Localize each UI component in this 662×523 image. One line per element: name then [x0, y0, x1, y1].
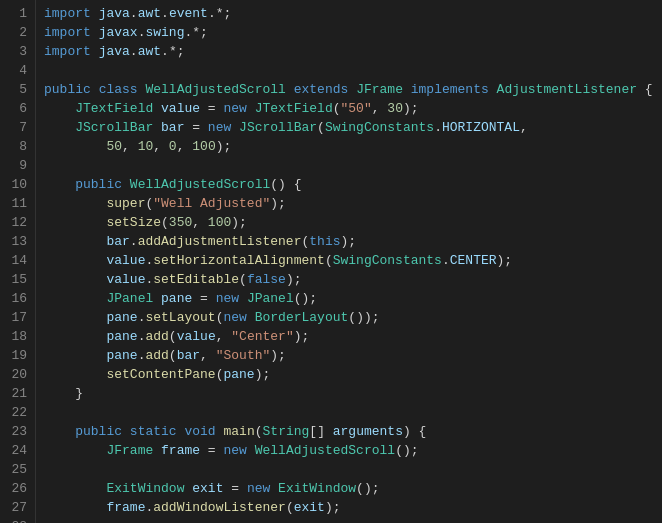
line-number: 22: [8, 403, 27, 422]
code-line: public class WellAdjustedScroll extends …: [44, 80, 654, 99]
code-line: super("Well Adjusted");: [44, 194, 654, 213]
code-editor: 1234567891011121314151617181920212223242…: [0, 0, 662, 523]
line-number: 13: [8, 232, 27, 251]
code-line: [44, 61, 654, 80]
code-container: 1234567891011121314151617181920212223242…: [0, 0, 662, 523]
line-number: 9: [8, 156, 27, 175]
code-line: public WellAdjustedScroll() {: [44, 175, 654, 194]
line-number: 12: [8, 213, 27, 232]
code-line: JFrame frame = new WellAdjustedScroll();: [44, 441, 654, 460]
line-number: 8: [8, 137, 27, 156]
code-line: pane.setLayout(new BorderLayout());: [44, 308, 654, 327]
line-number: 15: [8, 270, 27, 289]
code-line: pane.add(bar, "South");: [44, 346, 654, 365]
code-line: public static void main(String[] argumen…: [44, 422, 654, 441]
line-number: 3: [8, 42, 27, 61]
code-line: value.setHorizontalAlignment(SwingConsta…: [44, 251, 654, 270]
line-number: 26: [8, 479, 27, 498]
code-line: pane.add(value, "Center");: [44, 327, 654, 346]
line-number: 16: [8, 289, 27, 308]
code-line: frame.addWindowListener(exit);: [44, 498, 654, 517]
code-line: [44, 156, 654, 175]
code-line: JTextField value = new JTextField("50", …: [44, 99, 654, 118]
code-line: setSize(350, 100);: [44, 213, 654, 232]
line-number: 6: [8, 99, 27, 118]
code-area[interactable]: import java.awt.event.*;import javax.swi…: [36, 0, 662, 523]
line-number: 1: [8, 4, 27, 23]
code-line: setContentPane(pane);: [44, 365, 654, 384]
line-number: 10: [8, 175, 27, 194]
code-line: import javax.swing.*;: [44, 23, 654, 42]
code-line: [44, 403, 654, 422]
line-number: 25: [8, 460, 27, 479]
line-number: 18: [8, 327, 27, 346]
code-line: import java.awt.*;: [44, 42, 654, 61]
line-number: 20: [8, 365, 27, 384]
line-number: 24: [8, 441, 27, 460]
line-number: 11: [8, 194, 27, 213]
code-line: value.setEditable(false);: [44, 270, 654, 289]
code-line: import java.awt.event.*;: [44, 4, 654, 23]
line-numbers: 1234567891011121314151617181920212223242…: [0, 0, 36, 523]
line-number: 17: [8, 308, 27, 327]
line-number: 2: [8, 23, 27, 42]
code-line: [44, 517, 654, 523]
code-line: 50, 10, 0, 100);: [44, 137, 654, 156]
line-number: 5: [8, 80, 27, 99]
line-number: 21: [8, 384, 27, 403]
line-number: 4: [8, 61, 27, 80]
line-number: 19: [8, 346, 27, 365]
code-line: JScrollBar bar = new JScrollBar(SwingCon…: [44, 118, 654, 137]
code-line: [44, 460, 654, 479]
code-line: }: [44, 384, 654, 403]
code-line: JPanel pane = new JPanel();: [44, 289, 654, 308]
line-number: 23: [8, 422, 27, 441]
line-number: 7: [8, 118, 27, 137]
code-line: bar.addAdjustmentListener(this);: [44, 232, 654, 251]
line-number: 14: [8, 251, 27, 270]
code-line: ExitWindow exit = new ExitWindow();: [44, 479, 654, 498]
line-number: 28: [8, 517, 27, 523]
line-number: 27: [8, 498, 27, 517]
